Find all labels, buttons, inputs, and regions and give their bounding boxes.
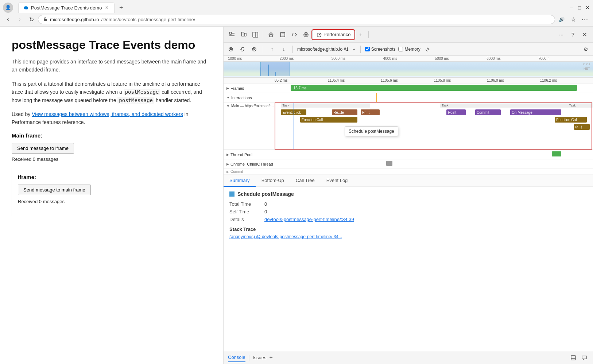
favorites-button[interactable]: ☆ bbox=[568, 14, 578, 24]
dock-button[interactable] bbox=[569, 353, 578, 362]
frames-content[interactable]: 16.7 ms bbox=[275, 84, 593, 93]
stack-trace-entry: (anonymous) @ devtools-postmessage-perf-… bbox=[229, 234, 587, 239]
address-bar[interactable]: microsoftedge.github.io/Demos/devtools-p… bbox=[38, 15, 555, 24]
memory-checkbox[interactable] bbox=[398, 47, 403, 51]
performance-tab[interactable]: Performance bbox=[312, 30, 354, 39]
send-main-button[interactable]: Send message to main frame bbox=[18, 185, 91, 195]
capture-settings-button[interactable] bbox=[423, 45, 432, 54]
nav-icons: 🔊 ☆ ··· bbox=[557, 14, 590, 24]
task-bar-3: Task bbox=[567, 103, 593, 108]
re-le-block[interactable]: Re...le bbox=[332, 109, 357, 115]
send-iframe-button[interactable]: Send message to iframe bbox=[12, 143, 74, 154]
sources-button[interactable] bbox=[289, 29, 300, 40]
main-thread-track[interactable]: ▼ Main — https://microsoftedge.github.io… bbox=[224, 102, 593, 150]
read-aloud-button[interactable]: 🔊 bbox=[557, 14, 567, 24]
home-button[interactable] bbox=[266, 29, 276, 40]
commit-track: ▶ Commit bbox=[224, 169, 593, 175]
commit-block[interactable]: Commit bbox=[475, 109, 501, 115]
ruler-mark-1: 1000 ms bbox=[227, 57, 279, 61]
thread-pool-content[interactable] bbox=[275, 150, 593, 159]
screenshots-checkbox[interactable] bbox=[365, 47, 370, 51]
net-label: NET bbox=[584, 67, 590, 70]
point-block[interactable]: Point bbox=[446, 109, 465, 115]
overview-bar-3 bbox=[275, 72, 276, 76]
forward-button[interactable]: › bbox=[15, 14, 25, 24]
inspect-element-button[interactable] bbox=[226, 29, 237, 40]
stack-entry-link[interactable]: (anonymous) @ devtools-postmessage-perf-… bbox=[229, 234, 342, 239]
pr-t-block[interactable]: Pr...t bbox=[361, 109, 380, 115]
close-window-button[interactable]: ✕ bbox=[585, 5, 590, 10]
network-button[interactable] bbox=[301, 29, 311, 40]
stack-trace-title: Stack Trace bbox=[229, 226, 587, 232]
elements-button[interactable] bbox=[277, 29, 288, 40]
close-devtools-button[interactable]: ✕ bbox=[579, 29, 590, 40]
memory-checkbox-group[interactable]: Memory bbox=[398, 47, 420, 52]
function-call-2-block[interactable]: Function Call bbox=[555, 117, 586, 123]
device-toolbar-button[interactable] bbox=[238, 29, 249, 40]
detail-mark-2: 1105.4 ms bbox=[328, 78, 381, 82]
svg-rect-6 bbox=[244, 33, 246, 36]
chrome-child-content[interactable] bbox=[275, 159, 593, 169]
more-options-button[interactable]: ··· bbox=[556, 29, 567, 40]
maximize-button[interactable]: □ bbox=[577, 5, 582, 10]
tutorial-link[interactable]: View messages between windows, iframes, … bbox=[32, 111, 183, 117]
intro2c-text: handler started. bbox=[154, 97, 191, 103]
code-postmessage-2: postMessage bbox=[117, 97, 154, 104]
timeline-overview[interactable]: 1000 ms 2000 ms 3000 ms 4000 ms 5000 ms … bbox=[224, 56, 593, 78]
interactions-label[interactable]: ▼ Interactions bbox=[224, 96, 275, 100]
download-button[interactable]: ↓ bbox=[279, 45, 288, 54]
thread-pool-label[interactable]: ▶ Thread Pool bbox=[224, 152, 275, 157]
reload-record-button[interactable] bbox=[238, 45, 247, 54]
interactions-content[interactable] bbox=[275, 93, 593, 102]
on-message-block[interactable]: On Message bbox=[510, 109, 561, 115]
function-call-1-block[interactable]: Function Call bbox=[300, 117, 357, 123]
address-path: /Demos/devtools-postmessage-perf-timelin… bbox=[101, 17, 195, 22]
tab-summary[interactable]: Summary bbox=[224, 175, 256, 187]
ruler-mark-4: 4000 ms bbox=[383, 57, 434, 61]
minimize-button[interactable]: ─ bbox=[569, 5, 574, 10]
interactions-expand-arrow: ▼ bbox=[226, 96, 230, 100]
blue-marker bbox=[294, 102, 294, 150]
intro3-prefix: Used by bbox=[12, 111, 32, 117]
refresh-button[interactable]: ↻ bbox=[26, 14, 36, 24]
more-button[interactable]: ··· bbox=[580, 14, 590, 24]
settings-button[interactable]: ⚙ bbox=[581, 45, 590, 54]
issues-tab[interactable]: Issues bbox=[253, 353, 267, 362]
help-button[interactable]: ? bbox=[567, 29, 578, 40]
commit-label[interactable]: ▶ Commit bbox=[224, 170, 275, 174]
toolbar-separator-1 bbox=[263, 31, 263, 38]
add-tab-button[interactable]: + bbox=[355, 29, 366, 40]
tab-bottom-up[interactable]: Bottom-Up bbox=[256, 175, 290, 187]
tab-call-tree[interactable]: Call Tree bbox=[290, 175, 321, 187]
profile-avatar[interactable]: 👤 bbox=[3, 3, 13, 13]
details-label: Details bbox=[229, 217, 259, 222]
main-thread-content[interactable]: Task Task Task Event: click Re...le Pr..… bbox=[275, 102, 593, 150]
a-label-block[interactable]: (a...) bbox=[574, 124, 590, 130]
back-button[interactable]: ‹ bbox=[3, 14, 13, 24]
console-tab[interactable]: Console bbox=[228, 353, 245, 362]
add-console-tab-button[interactable]: + bbox=[269, 355, 272, 361]
screenshots-label: Screenshots bbox=[371, 47, 396, 52]
frames-duration: 16.7 ms bbox=[294, 86, 307, 90]
chrome-child-track: ▶ Chrome_ChildIOThread bbox=[224, 159, 593, 169]
dropdown-icon[interactable] bbox=[352, 47, 356, 51]
feedback-button[interactable] bbox=[580, 353, 589, 362]
clear-button[interactable] bbox=[250, 45, 259, 54]
record-button[interactable] bbox=[226, 45, 235, 54]
upload-button[interactable]: ↑ bbox=[268, 45, 276, 54]
tab-close-btn[interactable]: ✕ bbox=[104, 5, 110, 11]
lock-icon bbox=[43, 17, 48, 22]
chrome-child-label[interactable]: ▶ Chrome_ChildIOThread bbox=[224, 162, 275, 166]
summary-title: Schedule postMessage bbox=[229, 191, 587, 197]
active-tab[interactable]: PostMessage Trace Events demo ✕ bbox=[18, 2, 115, 13]
screenshots-checkbox-group[interactable]: Screenshots bbox=[365, 47, 396, 52]
total-time-label: Total Time bbox=[229, 201, 259, 207]
task-bars-row: Task Task Task bbox=[275, 103, 593, 108]
summary-color-swatch bbox=[229, 191, 235, 197]
toggle-panel-button[interactable] bbox=[250, 29, 261, 40]
details-link[interactable]: devtools-postmessage-perf-timeline/:34:3… bbox=[264, 217, 354, 222]
new-tab-button[interactable]: + bbox=[116, 3, 126, 13]
overview-bars-area[interactable]: CPU NET bbox=[224, 62, 593, 76]
tab-event-log[interactable]: Event Log bbox=[321, 175, 354, 187]
frames-label[interactable]: ▶ Frames bbox=[224, 86, 275, 90]
